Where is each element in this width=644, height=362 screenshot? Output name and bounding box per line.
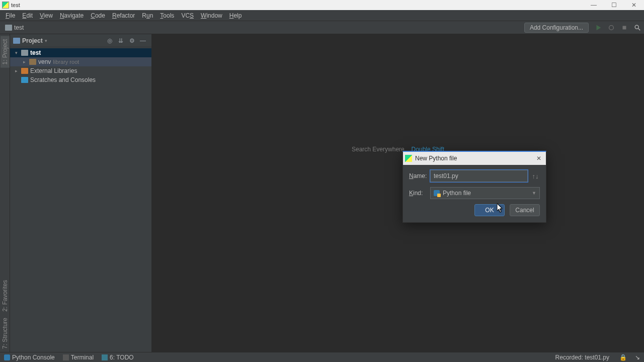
app-icon [2,2,9,9]
menu-edit[interactable]: Edit [19,11,36,20]
name-label: Name: [409,172,430,179]
kind-select[interactable]: Python file ▼ [430,187,540,199]
window-title: test [11,2,584,8]
todo-icon [102,354,108,360]
navbar: test Add Configuration... [0,21,644,34]
kind-label: Kind: [409,190,430,197]
hide-icon[interactable]: — [138,36,147,45]
tab-project[interactable]: 1: Project [1,36,10,68]
hint-search-label: Search Everywhere [352,146,405,153]
lock-icon[interactable]: 🔒 [619,354,627,361]
svg-line-3 [638,28,640,30]
project-title[interactable]: Project [22,37,43,44]
python-console-label: Python Console [12,354,55,361]
folder-icon [21,50,28,56]
sort-icon[interactable]: ↑↓ [531,172,540,180]
new-python-file-dialog: New Python file ✕ Name: ↑↓ Kind: Python … [403,151,546,223]
tree-venv-hint: library root [53,59,79,65]
menu-help[interactable]: Help [226,11,246,20]
scratches-icon [21,77,28,83]
svg-point-0 [609,25,614,30]
tree-venv[interactable]: ▸ venv library root [10,57,151,66]
expand-arrow-icon[interactable]: ▸ [13,68,19,73]
python-icon [4,354,10,360]
os-titlebar: test — ☐ ✕ [0,0,644,10]
expand-arrow-icon[interactable]: ▸ [21,59,27,64]
maximize-button[interactable]: ☐ [604,0,624,10]
tree-external-libraries[interactable]: ▸ External Libraries [10,66,151,75]
folder-icon [29,59,36,65]
expand-arrow-icon[interactable]: ▾ [13,50,19,55]
menu-window[interactable]: Window [197,11,226,20]
dialog-titlebar[interactable]: New Python file ✕ [403,152,546,165]
chevron-down-icon: ▼ [532,191,536,196]
menu-refactor[interactable]: Refactor [109,11,138,20]
name-input[interactable] [430,170,528,182]
tab-structure-label: 7: Structure [2,318,9,349]
close-button[interactable]: ✕ [624,0,644,10]
bottom-toolbar: Python Console Terminal 6: TODO Recorded… [0,352,644,362]
cancel-button[interactable]: Cancel [510,204,540,216]
left-tool-gutter: 1: Project 2: Favorites 7: Structure [0,34,10,352]
tree-venv-label: venv [38,58,51,65]
run-icon[interactable] [594,23,603,32]
terminal-label: Terminal [71,354,94,361]
menu-view[interactable]: View [36,11,56,20]
tree-scratches[interactable]: Scratches and Consoles [10,75,151,84]
menu-file[interactable]: File [2,11,19,20]
menubar: File Edit View Navigate Code Refactor Ru… [0,10,644,21]
menu-navigate[interactable]: Navigate [56,11,87,20]
goto-icon[interactable]: ↘ [635,354,640,361]
menu-tools[interactable]: Tools [156,11,178,20]
recording-indicator[interactable]: Recorded: test01.py [555,354,609,361]
locate-icon[interactable]: ◎ [105,36,114,45]
tree-root[interactable]: ▾ test [10,48,151,57]
tree-ext-label: External Libraries [30,67,77,74]
terminal-icon [63,354,69,360]
kind-value: Python file [443,190,471,197]
tab-structure[interactable]: 7: Structure [1,315,10,352]
python-console-tab[interactable]: Python Console [4,354,55,361]
breadcrumb-root[interactable]: test [14,24,24,31]
menu-code[interactable]: Code [87,11,109,20]
minimize-button[interactable]: — [584,0,604,10]
tree-root-label: test [30,49,41,56]
terminal-tab[interactable]: Terminal [63,354,94,361]
python-file-icon [434,190,440,196]
tree-scratches-label: Scratches and Consoles [30,76,96,83]
tab-favorites[interactable]: 2: Favorites [1,277,10,315]
project-sidebar: Project ▾ ◎ ⇊ ⚙ — ▾ test ▸ venv library … [10,34,152,352]
svg-point-2 [635,25,638,29]
project-icon [13,38,20,44]
recording-label: Recorded: test01.py [555,354,609,361]
ok-button[interactable]: OK [474,204,505,216]
todo-tab[interactable]: 6: TODO [102,354,134,361]
tab-project-label: 1: Project [2,39,9,65]
search-icon[interactable] [633,23,642,32]
stop-icon[interactable] [620,23,629,32]
pycharm-icon [405,155,412,162]
collapse-icon[interactable]: ⇊ [116,36,125,45]
library-icon [21,68,28,74]
project-header: Project ▾ ◎ ⇊ ⚙ — [10,34,151,47]
project-tree: ▾ test ▸ venv library root ▸ External Li… [10,47,151,352]
tab-favorites-label: 2: Favorites [2,280,9,312]
debug-icon[interactable] [607,23,616,32]
folder-icon [5,25,12,31]
todo-label: 6: TODO [110,354,134,361]
gear-icon[interactable]: ⚙ [127,36,136,45]
chevron-down-icon[interactable]: ▾ [45,38,47,43]
menu-run[interactable]: Run [138,11,156,20]
dialog-close-button[interactable]: ✕ [534,155,544,162]
dialog-title: New Python file [415,155,534,162]
editor-area: Search Everywhere Double Shift New Pytho… [152,34,644,352]
svg-rect-1 [623,26,626,29]
add-configuration-button[interactable]: Add Configuration... [524,23,589,33]
menu-vcs[interactable]: VCS [178,11,197,20]
